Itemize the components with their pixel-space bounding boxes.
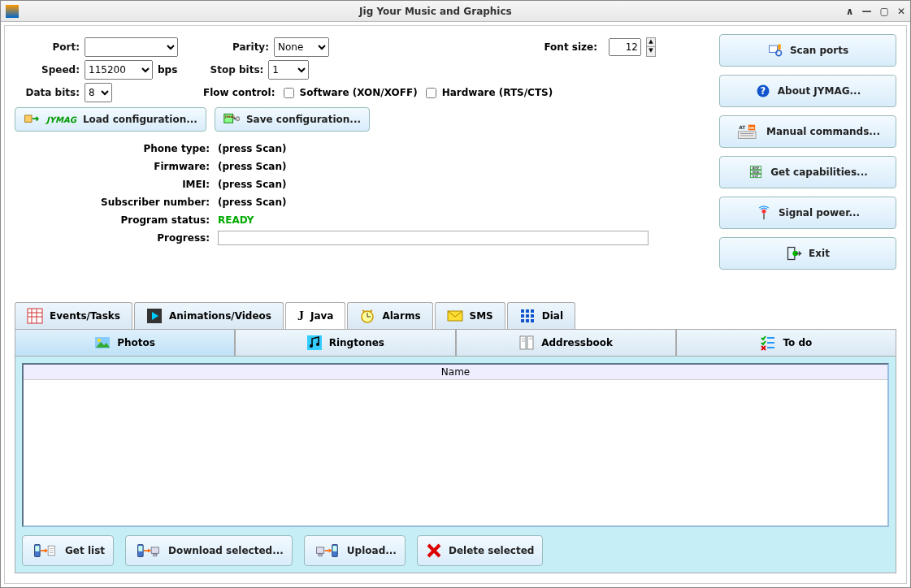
- databits-select[interactable]: 8: [85, 83, 112, 102]
- svg-rect-77: [332, 546, 336, 551]
- delete-selected-button[interactable]: Delete selected: [417, 535, 544, 566]
- app-icon: [6, 5, 19, 18]
- tab-events[interactable]: Events/Tasks: [15, 302, 132, 329]
- firmware-label: Firmware:: [15, 161, 218, 172]
- info-area: Phone type:(press Scan) Firmware:(press …: [15, 140, 709, 247]
- manual-commands-button[interactable]: ATOK Manual commands...: [719, 115, 896, 148]
- tab-photos[interactable]: Photos: [15, 329, 235, 356]
- get-list-button[interactable]: Get list: [22, 535, 114, 566]
- window-maximize-icon[interactable]: ▢: [880, 6, 889, 17]
- stopbits-select[interactable]: 1: [268, 60, 309, 80]
- databits-label: Data bits:: [15, 87, 80, 98]
- svg-rect-71: [151, 547, 158, 554]
- svg-rect-73: [316, 547, 323, 554]
- svg-text:OK: OK: [749, 126, 756, 130]
- svg-rect-53: [520, 336, 526, 349]
- download-icon: [134, 543, 162, 559]
- svg-rect-40: [531, 309, 534, 313]
- save-configuration-button[interactable]: JYMAG Save configuration...: [215, 107, 370, 132]
- settings-area: Port: Parity: None Font size: ▲▼ Speed: …: [15, 34, 709, 270]
- svg-point-52: [316, 343, 319, 346]
- imei-label: IMEI:: [15, 179, 218, 190]
- svg-marker-75: [328, 549, 332, 553]
- svg-rect-74: [319, 554, 322, 556]
- svg-rect-6: [778, 45, 780, 50]
- tab-alarms[interactable]: Alarms: [347, 302, 432, 329]
- svg-text:?: ?: [760, 85, 766, 97]
- titlebar: Jig Your Music and Graphics ∧ — ▢ ✕: [1, 1, 910, 22]
- capabilities-icon: BMPMIDIVCF: [748, 164, 764, 180]
- window-up-icon[interactable]: ∧: [846, 6, 854, 17]
- svg-marker-63: [45, 549, 48, 553]
- svg-rect-25: [28, 309, 42, 323]
- tab-row-bottom: Photos Ringtones Addressbook To do: [15, 329, 896, 356]
- tabs-area: Events/Tasks Animations/Videos JJava Ala…: [15, 302, 896, 573]
- keypad-icon: [519, 308, 536, 324]
- subscriber-label: Subscriber number:: [15, 197, 218, 208]
- flow-software-checkbox[interactable]: Software (XON/XOFF): [280, 85, 418, 101]
- main-content: Port: Parity: None Font size: ▲▼ Speed: …: [4, 25, 907, 584]
- upload-button[interactable]: Upload...: [304, 535, 406, 566]
- svg-rect-39: [526, 309, 529, 313]
- status-value: READY: [218, 214, 254, 226]
- tab-dial[interactable]: Dial: [507, 302, 575, 329]
- question-icon: ?: [755, 83, 771, 99]
- upload-icon: [313, 543, 341, 559]
- svg-rect-43: [531, 314, 534, 318]
- font-size-spinner[interactable]: ▲▼: [646, 37, 656, 57]
- tab-ringtones[interactable]: Ringtones: [235, 329, 455, 356]
- svg-rect-54: [527, 336, 533, 349]
- tab-panel: Name Get list Download selected... Uploa…: [15, 356, 896, 573]
- svg-line-36: [370, 310, 372, 312]
- signal-power-button[interactable]: Signal power...: [719, 197, 896, 229]
- tab-todo[interactable]: To do: [676, 329, 896, 356]
- table-body[interactable]: [24, 380, 887, 525]
- speed-label: Speed:: [15, 64, 80, 76]
- tab-sms[interactable]: SMS: [435, 302, 505, 329]
- port-label: Port:: [15, 41, 80, 53]
- exit-button[interactable]: Exit: [719, 237, 896, 270]
- action-row: Get list Download selected... Upload... …: [22, 535, 889, 566]
- tab-animations[interactable]: Animations/Videos: [134, 302, 284, 329]
- svg-text:MIDI: MIDI: [753, 171, 760, 174]
- port-select[interactable]: [85, 37, 178, 57]
- tab-addressbook[interactable]: Addressbook: [456, 329, 676, 356]
- book-icon: [518, 335, 535, 351]
- delete-icon: [426, 543, 442, 559]
- status-label: Program status:: [15, 214, 218, 226]
- scan-ports-button[interactable]: Scan ports: [719, 34, 896, 67]
- subscriber-value: (press Scan): [218, 197, 286, 208]
- progress-label: Progress:: [15, 232, 218, 244]
- svg-point-48: [98, 339, 101, 342]
- download-selected-button[interactable]: Download selected...: [125, 535, 293, 566]
- window-minimize-icon[interactable]: —: [862, 6, 872, 17]
- parity-select[interactable]: None: [274, 37, 329, 57]
- phone-type-label: Phone type:: [15, 143, 218, 154]
- app-window: Jig Your Music and Graphics ∧ — ▢ ✕ Port…: [0, 0, 911, 588]
- imei-value: (press Scan): [218, 179, 286, 190]
- font-size-input[interactable]: [609, 38, 641, 56]
- exit-icon: [786, 245, 802, 262]
- java-icon: J: [297, 309, 304, 323]
- get-capabilities-button[interactable]: BMPMIDIVCF Get capabilities...: [719, 156, 896, 188]
- calendar-icon: [27, 308, 43, 324]
- phone-type-value: (press Scan): [218, 143, 286, 154]
- column-name[interactable]: Name: [24, 365, 887, 380]
- svg-point-3: [236, 117, 240, 121]
- flow-hardware-checkbox[interactable]: Hardware (RTS/CTS): [423, 85, 553, 101]
- svg-text:VCF: VCF: [753, 175, 758, 178]
- flowcontrol-label: Flow control:: [203, 87, 275, 98]
- font-size-label: Font size:: [544, 41, 597, 53]
- svg-line-35: [362, 310, 365, 312]
- speed-select[interactable]: 115200: [85, 60, 153, 80]
- tab-java[interactable]: JJava: [285, 302, 345, 329]
- svg-rect-44: [521, 319, 524, 322]
- load-configuration-button[interactable]: JYMAG Load configuration...: [15, 107, 206, 132]
- about-button[interactable]: ? About JYMAG...: [719, 75, 896, 107]
- clock-icon: [359, 308, 375, 324]
- file-table[interactable]: Name: [22, 363, 889, 527]
- svg-rect-46: [531, 319, 534, 322]
- window-close-icon[interactable]: ✕: [897, 6, 905, 17]
- stopbits-label: Stop bits:: [200, 64, 263, 76]
- window-title: Jig Your Music and Graphics: [25, 6, 846, 17]
